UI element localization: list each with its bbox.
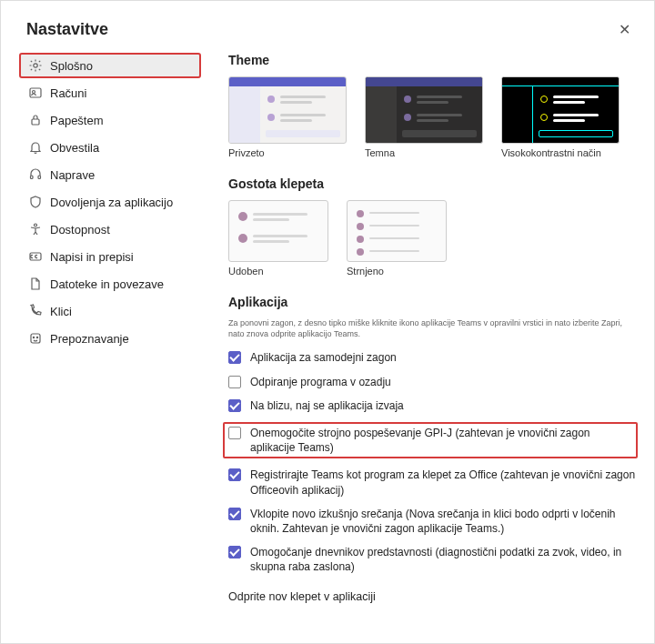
sidebar-item-label: Dostopnost	[50, 223, 110, 236]
svg-point-9	[33, 337, 34, 337]
phone-icon	[28, 304, 43, 318]
bell-icon	[28, 140, 43, 155]
check-register-chat-app: Registrirajte Teams kot program za klepe…	[228, 468, 636, 497]
check-label: Aplikacija za samodejni zagon	[250, 350, 397, 365]
sidebar-item-app-permissions[interactable]: Dovoljenja za aplikacijo	[19, 189, 201, 215]
check-label: Registrirajte Teams kot program za klepe…	[250, 468, 636, 497]
check-label: Vklopite novo izkušnjo srečanja (Nova sr…	[250, 507, 636, 536]
theme-preview-default	[228, 76, 347, 144]
theme-label: Privzeto	[228, 147, 347, 158]
sidebar-item-accessibility[interactable]: Dostopnost	[19, 216, 201, 242]
sidebar-item-label: Klici	[50, 305, 72, 318]
check-label: Odpiranje programa v ozadju	[250, 375, 391, 389]
density-preview-comfy	[228, 200, 328, 262]
checkbox[interactable]	[228, 468, 241, 481]
sidebar-item-recognition[interactable]: Prepoznavanje	[19, 326, 201, 351]
content-area: Theme Privzeto	[201, 49, 636, 603]
svg-point-6	[35, 224, 37, 226]
theme-label: Visokokontrastni način	[501, 147, 620, 158]
svg-rect-3	[32, 119, 39, 125]
check-disable-gpu: Onemogočite strojno pospeševanje GPI-J (…	[223, 422, 638, 458]
density-option-comfy[interactable]: Udoben	[228, 200, 328, 277]
sidebar-item-accounts[interactable]: Računi	[19, 80, 201, 106]
close-icon[interactable]: ✕	[615, 17, 634, 42]
sidebar-item-privacy[interactable]: Papeštem	[19, 107, 201, 133]
density-label: Strnjeno	[347, 266, 447, 277]
sidebar-item-label: Napisi in prepisi	[50, 250, 134, 264]
sidebar-item-label: Obvestila	[50, 141, 99, 155]
sidebar-item-label: Splošno	[50, 59, 93, 73]
sidebar-item-label: Datoteke in povezave	[50, 277, 164, 291]
file-icon	[28, 277, 43, 291]
captions-icon	[28, 249, 43, 264]
check-open-background: Odpiranje programa v ozadju	[228, 375, 636, 389]
density-preview-compact	[347, 200, 447, 262]
checkbox[interactable]	[228, 351, 241, 364]
sidebar-item-captions[interactable]: Napisi in prepisi	[19, 244, 201, 269]
theme-option-default[interactable]: Privzeto	[228, 76, 347, 158]
theme-option-high-contrast[interactable]: Visokokontrastni način	[501, 76, 620, 158]
sidebar-item-files-links[interactable]: Datoteke in povezave	[19, 271, 201, 297]
check-label: Na blizu, naj se aplikacija izvaja	[250, 398, 404, 413]
checkbox[interactable]	[228, 399, 241, 412]
application-note: Za ponovni zagon, z desno tipko miške kl…	[228, 318, 636, 339]
density-option-compact[interactable]: Strnjeno	[347, 200, 447, 277]
svg-rect-4	[31, 176, 34, 179]
checkbox[interactable]	[228, 546, 241, 558]
density-heading: Gostota klepeta	[228, 176, 636, 191]
svg-point-0	[34, 64, 37, 67]
checkbox[interactable]	[228, 508, 241, 520]
theme-preview-dark	[365, 76, 483, 144]
sidebar-item-label: Naprave	[50, 168, 95, 182]
open-chat-heading: Odprite nov klepet v aplikaciji	[228, 590, 636, 603]
check-new-meeting-experience: Vklopite novo izkušnjo srečanja (Nova sr…	[228, 507, 636, 536]
face-icon	[28, 331, 43, 346]
svg-point-10	[36, 337, 37, 337]
checkbox[interactable]	[228, 427, 241, 439]
check-label: Onemogočite strojno pospeševanje GPI-J (…	[250, 426, 632, 455]
headset-icon	[28, 167, 43, 182]
application-heading: Aplikacija	[228, 295, 636, 309]
page-title: Nastavitve	[26, 20, 108, 39]
sidebar-item-label: Dovoljenja za aplikacijo	[50, 196, 173, 209]
sidebar-item-calls[interactable]: Klici	[19, 298, 201, 324]
theme-label: Temna	[365, 147, 483, 158]
check-label: Omogočanje dnevnikov predstavnosti (diag…	[250, 545, 636, 574]
sidebar-item-label: Papeštem	[50, 114, 104, 127]
sidebar-item-label: Računi	[50, 86, 86, 100]
theme-heading: Theme	[228, 53, 636, 67]
accounts-icon	[28, 86, 43, 100]
sidebar-item-notifications[interactable]: Obvestila	[19, 135, 201, 160]
accessibility-icon	[28, 222, 43, 236]
theme-option-dark[interactable]: Temna	[365, 76, 483, 158]
gear-icon	[28, 58, 43, 73]
check-media-logs: Omogočanje dnevnikov predstavnosti (diag…	[228, 545, 636, 574]
density-label: Udoben	[228, 266, 328, 277]
sidebar-item-devices[interactable]: Naprave	[19, 162, 201, 187]
sidebar-item-general[interactable]: Splošno	[19, 53, 201, 78]
svg-point-2	[33, 91, 35, 94]
shield-icon	[28, 195, 43, 209]
check-auto-start: Aplikacija za samodejni zagon	[228, 350, 636, 365]
theme-preview-high-contrast	[501, 76, 620, 144]
sidebar: Splošno Računi Papeštem Obvestila Naprav	[19, 49, 201, 603]
svg-rect-1	[30, 88, 41, 97]
svg-rect-5	[38, 176, 41, 179]
lock-icon	[28, 113, 43, 127]
check-keep-running: Na blizu, naj se aplikacija izvaja	[228, 398, 636, 413]
checkbox[interactable]	[228, 376, 241, 388]
sidebar-item-label: Prepoznavanje	[50, 332, 129, 346]
